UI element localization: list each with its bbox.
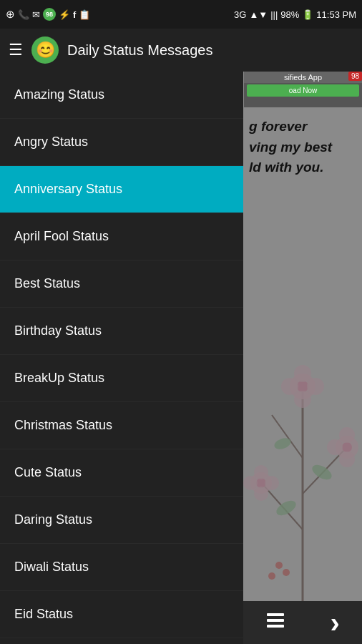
status-bar-left: ⊕ 📞 ✉ 98 ⚡ f 📋 (6, 8, 90, 21)
battery-level: 98% (280, 9, 299, 20)
bottom-navigation: › (243, 601, 362, 644)
clipboard-icon: 📋 (79, 9, 90, 20)
app-title: Daily Status Messages (67, 42, 212, 59)
sidebar-item-daring[interactable]: Daring Status (0, 497, 243, 544)
ad-title: sifieds App (244, 72, 362, 83)
sidebar-item-christmas[interactable]: Christmas Status (0, 402, 243, 449)
ad-button[interactable]: oad Now (247, 84, 359, 97)
quote-container: g forever ving my best ld with you. (243, 111, 362, 184)
svg-rect-29 (267, 625, 284, 628)
sidebar-item-birthday[interactable]: Birthday Status (0, 308, 243, 355)
next-button[interactable]: › (324, 601, 345, 645)
svg-rect-28 (267, 619, 284, 622)
status-bar: ⊕ 📞 ✉ 98 ⚡ f 📋 3G ▲▼ ||| 98% 🔋 11:53 PM (0, 0, 362, 29)
ad-banner[interactable]: sifieds App oad Now (244, 72, 362, 107)
email-icon: ✉ (32, 9, 40, 20)
quote-line2: ving my best (249, 137, 356, 158)
signal-icon: ▲▼ (249, 9, 268, 20)
badge-icon: 98 (43, 8, 56, 21)
sidebar-item-april-fool[interactable]: April Fool Status (0, 213, 243, 260)
sidebar-item-amazing[interactable]: Amazing Status (0, 72, 243, 119)
time-display: 11:53 PM (316, 9, 356, 20)
signal-bars-icon: ||| (270, 9, 278, 20)
phone-icon: 📞 (18, 9, 29, 20)
sidebar-item-anniversary[interactable]: Anniversary Status (0, 166, 243, 213)
sidebar-item-diwali[interactable]: Diwali Status (0, 544, 243, 591)
app-icon: 😊 (31, 36, 59, 64)
status-bar-right: 3G ▲▼ ||| 98% 🔋 11:53 PM (234, 9, 356, 20)
sidebar-item-eid[interactable]: Eid Status (0, 591, 243, 638)
network-type: 3G (234, 9, 246, 20)
sidebar-item-breakup[interactable]: BreakUp Status (0, 355, 243, 402)
smiley-icon: 😊 (36, 41, 55, 59)
facebook-icon: f (73, 9, 76, 20)
hamburger-icon[interactable]: ☰ (9, 41, 23, 59)
battery-icon: 🔋 (302, 9, 313, 20)
main-content: Amazing Status Angry Status Anniversary … (0, 72, 362, 644)
sidebar-item-best[interactable]: Best Status (0, 260, 243, 308)
app-bar: ☰ 😊 Daily Status Messages (0, 29, 362, 72)
sidebar: Amazing Status Angry Status Anniversary … (0, 72, 243, 644)
ad-badge: 98 (348, 72, 362, 81)
right-content: sifieds App oad Now 98 g forever ving my… (243, 72, 362, 644)
svg-rect-27 (267, 613, 284, 616)
quote-text: g forever ving my best ld with you. (249, 117, 356, 178)
quote-line1: g forever (249, 117, 356, 137)
usb-icon: ⚡ (59, 9, 70, 20)
add-icon: ⊕ (6, 8, 15, 21)
quote-line3: ld with you. (249, 157, 356, 178)
content-background: sifieds App oad Now 98 g forever ving my… (243, 72, 362, 644)
list-view-button[interactable] (260, 606, 291, 639)
sidebar-item-angry[interactable]: Angry Status (0, 119, 243, 166)
sidebar-item-cute[interactable]: Cute Status (0, 449, 243, 497)
